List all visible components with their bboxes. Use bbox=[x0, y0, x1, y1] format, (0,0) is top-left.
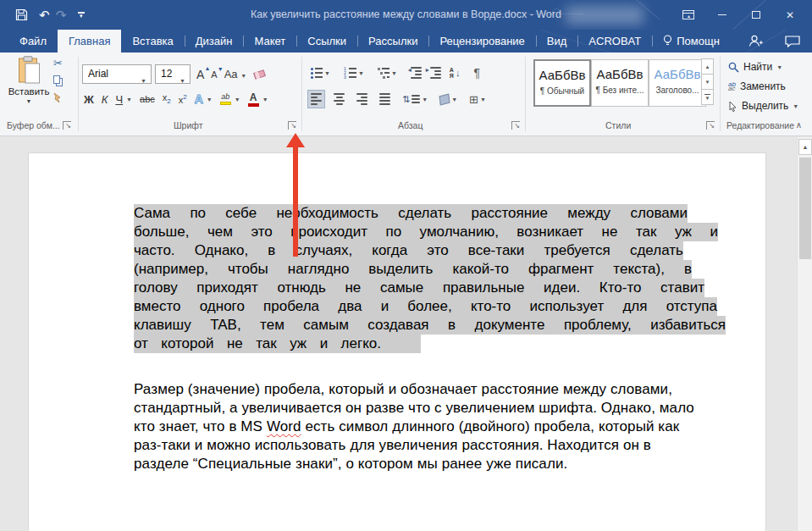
line-spacing-button[interactable]: ⇅ ▼ bbox=[399, 91, 431, 108]
shrink-font-button[interactable]: А▼ bbox=[211, 69, 217, 80]
show-paragraph-marks-button[interactable]: ¶ bbox=[470, 63, 483, 83]
font-dialog-launcher-icon[interactable]: ↘ bbox=[288, 121, 296, 130]
style-card-no-spacing[interactable]: АаБбВв ¶ Без инте... bbox=[591, 59, 649, 107]
tab-вставка[interactable]: Вставка bbox=[121, 30, 184, 53]
collapse-ribbon-icon[interactable]: ∧ bbox=[796, 120, 802, 130]
font-name-dropdown-icon[interactable]: ▼ bbox=[141, 72, 146, 90]
ribbon-display-options-icon[interactable] bbox=[671, 0, 705, 30]
minimize-icon[interactable] bbox=[705, 0, 739, 30]
font-size-dropdown-icon[interactable]: ▼ bbox=[180, 72, 185, 90]
align-right-button[interactable] bbox=[353, 90, 371, 108]
tab-вид[interactable]: Вид bbox=[536, 30, 578, 53]
tab-главная[interactable]: Главная bbox=[58, 30, 121, 53]
selected-text-line: часто.Однако,вслучаях,когдаэтовсе-такитр… bbox=[134, 241, 726, 260]
text-highlight-button[interactable]: ab bbox=[220, 93, 231, 105]
styles-group-label: Стили bbox=[605, 120, 631, 130]
underline-dropdown-icon[interactable]: ▼ bbox=[126, 97, 132, 102]
scrollbar-thumb[interactable] bbox=[799, 158, 811, 259]
paste-button[interactable]: Вставить ▼ bbox=[7, 56, 51, 119]
shading-button[interactable]: ▼ bbox=[436, 91, 461, 108]
tab-ссылки[interactable]: Ссылки bbox=[296, 30, 357, 53]
ribbon-tab-row: ФайлГлавнаяВставкаДизайнМакетСсылкиРассы… bbox=[0, 30, 812, 53]
title-bar: Как увеличить расстояние между словами в… bbox=[0, 0, 812, 30]
justify-button[interactable] bbox=[376, 90, 394, 108]
selected-text-line: головуприходятотнюдьнесамыеправильныеиде… bbox=[134, 279, 726, 297]
clipboard-icon bbox=[18, 56, 41, 84]
strikethrough-button[interactable]: abc bbox=[140, 95, 155, 104]
align-center-button[interactable] bbox=[330, 90, 348, 108]
replace-button[interactable]: abac Заменить bbox=[728, 80, 786, 92]
font-color-dropdown-icon[interactable]: ▼ bbox=[262, 97, 268, 102]
quick-access-toolbar: ↶ ▾ ↷ ▾ bbox=[15, 0, 85, 30]
tab-рецензирование[interactable]: Рецензирование bbox=[428, 30, 535, 53]
decrease-indent-button[interactable]: ◂ bbox=[407, 64, 420, 82]
superscript-button[interactable]: x2 bbox=[179, 94, 187, 105]
selected-text-line: откоторойнетакужилегко. bbox=[134, 335, 726, 353]
style-card-normal[interactable]: АаБбВв ¶ Обычный bbox=[533, 59, 591, 107]
format-painter-icon[interactable] bbox=[52, 92, 64, 103]
underline-button[interactable]: Ч bbox=[115, 94, 123, 105]
styles-gallery-more-icon[interactable]: ▼ bbox=[701, 89, 714, 105]
paste-dropdown-icon[interactable]: ▼ bbox=[26, 98, 32, 104]
borders-button[interactable]: ⊞▼ bbox=[466, 91, 489, 108]
style-card-heading[interactable]: АаБбВв Заголово... bbox=[649, 59, 706, 107]
font-name-combo[interactable]: Arial ▼ bbox=[82, 64, 152, 84]
cut-icon[interactable]: ✂ bbox=[53, 58, 63, 69]
italic-button[interactable]: К bbox=[102, 94, 108, 105]
tab-дизайн[interactable]: Дизайн bbox=[185, 30, 244, 53]
comments-icon[interactable] bbox=[785, 36, 800, 47]
styles-dialog-launcher-icon[interactable]: ↘ bbox=[706, 121, 715, 130]
text-line: раз-таки и можно использовать для увелич… bbox=[134, 436, 694, 455]
tab-рассылки[interactable]: Рассылки bbox=[357, 30, 428, 53]
window-controls: ✕ bbox=[671, 0, 807, 30]
font-size-combo[interactable]: 12 ▼ bbox=[155, 64, 191, 84]
selected-paragraph[interactable]: Самапосебенеобходимостьсделатьрасстояние… bbox=[134, 204, 726, 353]
change-case-button[interactable]: Aa ▼ bbox=[224, 69, 246, 80]
tab-макет[interactable]: Макет bbox=[243, 30, 296, 53]
tab-acrobat[interactable]: ACROBAT bbox=[577, 30, 652, 53]
clipboard-dialog-launcher-icon[interactable]: ↘ bbox=[63, 121, 71, 130]
numbering-button[interactable]: 1 2 3 ▼ bbox=[340, 64, 367, 82]
text-line: стандартный, а увеличивается он разве чт… bbox=[134, 399, 694, 418]
bullets-button[interactable]: ▼ bbox=[307, 64, 334, 82]
annotation-arrow-shaft bbox=[293, 146, 298, 257]
copy-icon[interactable] bbox=[53, 75, 63, 86]
grow-font-button[interactable]: А▲ bbox=[196, 68, 204, 81]
document-page[interactable]: Самапосебенеобходимостьсделатьрасстояние… bbox=[28, 152, 766, 531]
undo-dropdown-icon[interactable]: ▾ bbox=[42, 12, 46, 19]
tab-файл[interactable]: Файл bbox=[8, 30, 58, 53]
redacted-account-name bbox=[566, 6, 644, 25]
save-icon[interactable] bbox=[15, 8, 28, 21]
styles-scroll-up-icon[interactable]: ▲ bbox=[701, 58, 714, 75]
editing-group-label: Редактирование bbox=[726, 120, 794, 130]
close-icon[interactable]: ✕ bbox=[773, 0, 807, 30]
bold-button[interactable]: Ж bbox=[84, 94, 94, 105]
paragraph-dialog-launcher-icon[interactable]: ↘ bbox=[511, 121, 520, 130]
paragraph[interactable]: Размер (значение) пробела, который и обо… bbox=[134, 380, 694, 473]
clear-formatting-icon[interactable] bbox=[253, 69, 266, 80]
scroll-up-icon[interactable]: ▲ bbox=[798, 139, 812, 155]
subscript-button[interactable]: x2 bbox=[163, 93, 171, 105]
styles-scroll-down-icon[interactable]: ▼ bbox=[701, 74, 714, 90]
tab-помощн[interactable]: Помощн bbox=[652, 30, 731, 53]
multilevel-list-button[interactable]: ▼ bbox=[374, 64, 400, 82]
sort-button[interactable]: АЯ ↓ bbox=[446, 64, 464, 82]
font-color-button[interactable]: А bbox=[248, 92, 259, 107]
selected-text-line: больше,чемэтопроисходитпоумолчанию,возни… bbox=[134, 223, 726, 241]
increase-indent-button[interactable]: ▸ bbox=[427, 64, 439, 82]
share-icon[interactable] bbox=[748, 35, 763, 47]
text-effects-button[interactable]: А bbox=[195, 92, 203, 106]
misspelled-word: Word bbox=[267, 418, 301, 434]
select-button[interactable]: Выделить▼ bbox=[728, 100, 798, 112]
align-left-button[interactable] bbox=[307, 90, 325, 108]
maximize-icon[interactable] bbox=[739, 0, 773, 30]
text-line: разделе “Специальные знаки”, о котором м… bbox=[134, 455, 694, 473]
document-canvas: Самапосебенеобходимостьсделатьрасстояние… bbox=[0, 137, 812, 531]
customize-qat-icon[interactable]: ▾ bbox=[78, 12, 85, 18]
find-button[interactable]: Найти▼ bbox=[728, 61, 782, 73]
text-line: кто знает, что в MS Word есть символ дли… bbox=[134, 418, 694, 436]
text-effects-dropdown-icon[interactable]: ▼ bbox=[207, 97, 213, 102]
vertical-scrollbar[interactable]: ▲ bbox=[797, 137, 812, 531]
font-group-label: Шрифт bbox=[174, 120, 203, 130]
highlight-dropdown-icon[interactable]: ▼ bbox=[235, 97, 240, 102]
